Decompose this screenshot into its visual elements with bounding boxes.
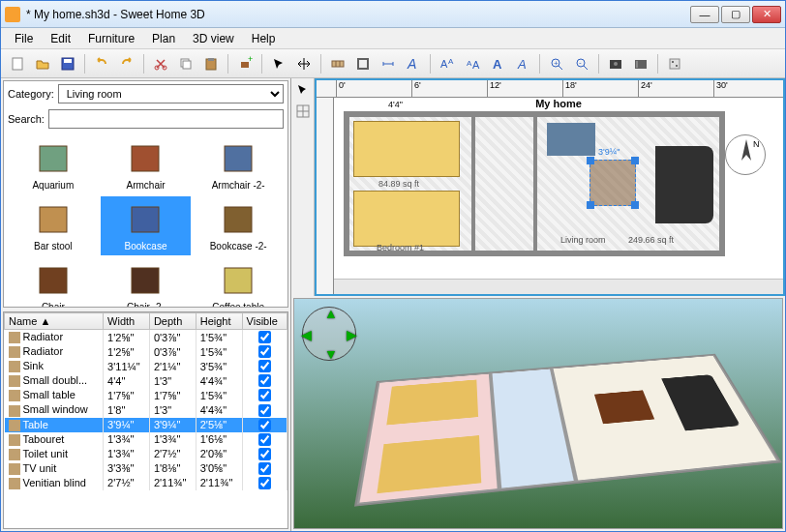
dimension-icon[interactable] — [378, 53, 399, 74]
menu-help[interactable]: Help — [244, 30, 284, 47]
table-header[interactable]: Name ▲ — [5, 313, 104, 330]
svg-rect-41 — [40, 268, 67, 293]
table-row[interactable]: TV unit3'3⅜"1'8⅛"3'0⅝" — [5, 461, 287, 476]
nav-down-icon[interactable]: ▼ — [324, 346, 338, 362]
table-row[interactable]: Radiator1'2⅝"0'3⅞"1'5¾" — [5, 330, 287, 345]
3d-floor — [354, 353, 782, 506]
visible-checkbox[interactable] — [258, 404, 271, 417]
text-size-minus-icon[interactable]: AA — [462, 53, 483, 74]
nav-right-icon[interactable]: ▶ — [347, 327, 357, 342]
paste-icon[interactable] — [200, 53, 222, 74]
catalog-item[interactable]: Chair — [8, 257, 99, 307]
cut-icon[interactable] — [150, 53, 171, 74]
table-row[interactable]: Small window1'8"1'3"4'4¾" — [5, 402, 287, 417]
new-icon[interactable] — [7, 53, 28, 74]
living-name: Living room — [560, 235, 606, 245]
open-icon[interactable] — [32, 53, 53, 74]
pan-icon[interactable] — [293, 53, 315, 74]
maximize-button[interactable]: ▢ — [721, 6, 750, 23]
nav-up-icon[interactable]: ▲ — [324, 306, 338, 321]
visible-checkbox[interactable] — [258, 448, 271, 460]
close-button[interactable]: ✕ — [752, 6, 781, 23]
visible-checkbox[interactable] — [258, 331, 271, 343]
svg-rect-0 — [13, 58, 22, 70]
visible-checkbox[interactable] — [258, 360, 271, 372]
menu-plan[interactable]: Plan — [144, 30, 183, 47]
plan-view[interactable]: 0'6'12'18'24'30' My home 84.89 sq ft Bed… — [315, 78, 785, 296]
table-row[interactable]: Small doubl...4'4"1'3"4'4¾" — [5, 373, 287, 388]
3d-view[interactable]: ▲ ▼ ◀ ▶ — [293, 298, 783, 529]
visible-checkbox[interactable] — [258, 345, 271, 358]
italic-icon[interactable]: A — [512, 53, 533, 74]
bold-icon[interactable]: A — [487, 53, 508, 74]
plan-select-icon[interactable] — [293, 80, 313, 100]
catalog-item[interactable]: Bar stool — [8, 196, 99, 255]
zoom-out-icon[interactable]: - — [571, 53, 592, 74]
visible-checkbox[interactable] — [258, 389, 271, 401]
nav-left-icon[interactable]: ◀ — [301, 327, 312, 342]
text-icon[interactable]: A — [403, 53, 424, 74]
table-row[interactable]: Table3'9¼"3'9¼"2'5⅛" — [5, 418, 287, 432]
selected-table[interactable]: 3'9¼" — [590, 160, 636, 206]
table-row[interactable]: Sink3'11¼"2'1¼"3'5¾" — [5, 359, 287, 373]
redo-icon[interactable] — [116, 53, 137, 74]
table-header[interactable]: Height — [196, 313, 242, 330]
ruler-horizontal: 0'6'12'18'24'30' — [317, 80, 783, 98]
catalog-item[interactable]: Armchair -2- — [193, 135, 284, 194]
table-header[interactable]: Width — [104, 313, 150, 330]
catalog-thumb — [29, 139, 77, 178]
nav-pad[interactable]: ▲ ▼ ◀ ▶ — [302, 307, 356, 361]
table-header[interactable]: Depth — [149, 313, 196, 330]
visible-checkbox[interactable] — [258, 433, 271, 446]
menu-furniture[interactable]: Furniture — [80, 30, 142, 47]
visible-checkbox[interactable] — [258, 374, 271, 387]
catalog-item[interactable]: Coffee table — [193, 257, 284, 307]
table-row[interactable]: Venitian blind2'7½"2'11¾"2'11¾" — [5, 476, 287, 490]
preferences-icon[interactable] — [664, 53, 685, 74]
hallway — [479, 117, 537, 251]
video-icon[interactable] — [630, 53, 651, 74]
svg-text:-: - — [579, 58, 582, 67]
catalog-item[interactable]: Chair -2- — [101, 257, 192, 307]
photo-icon[interactable] — [605, 53, 626, 74]
table-row[interactable]: Toilet unit1'3¾"2'7½"2'0⅜" — [5, 447, 287, 461]
visible-checkbox[interactable] — [258, 462, 271, 475]
room-icon[interactable] — [352, 53, 374, 74]
catalog-item[interactable]: Bookcase -2- — [193, 196, 284, 255]
select-icon[interactable] — [268, 53, 289, 74]
text-size-plus-icon[interactable]: AA — [437, 53, 458, 74]
menu-file[interactable]: File — [7, 30, 41, 47]
visible-checkbox[interactable] — [258, 477, 271, 489]
plan-scrollbar-h[interactable] — [334, 279, 783, 294]
catalog-thumb — [121, 139, 169, 178]
zoom-in-icon[interactable]: + — [546, 53, 567, 74]
copy-icon[interactable] — [175, 53, 196, 74]
plan-grid-icon[interactable] — [293, 102, 313, 121]
table-row[interactable]: Small table1'7⅝"1'7⅝"1'5¾" — [5, 388, 287, 402]
furniture-icon — [9, 332, 20, 343]
app-icon — [5, 7, 20, 22]
bed-1 — [353, 121, 460, 177]
wall-icon[interactable] — [327, 53, 348, 74]
catalog-item[interactable]: Armchair — [101, 135, 192, 194]
catalog-thumb — [29, 261, 77, 300]
catalog-grid[interactable]: AquariumArmchairArmchair -2-Bar stoolBoo… — [4, 132, 287, 307]
compass-icon[interactable]: N — [725, 134, 766, 175]
table-row[interactable]: Radiator1'2⅝"0'3⅞"1'5¾" — [5, 344, 287, 359]
menu-3dview[interactable]: 3D view — [185, 30, 242, 47]
catalog-item[interactable]: Bookcase — [101, 196, 192, 255]
search-input[interactable] — [48, 109, 284, 129]
table-header[interactable]: Visible — [242, 313, 287, 330]
ruler-tick: 18' — [562, 80, 577, 98]
menu-edit[interactable]: Edit — [43, 30, 78, 47]
minimize-button[interactable]: — — [690, 6, 719, 23]
catalog-item[interactable]: Aquarium — [8, 135, 99, 194]
category-select[interactable]: Living room — [58, 84, 284, 103]
catalog-thumb — [214, 139, 262, 178]
undo-icon[interactable] — [91, 53, 112, 74]
table-row[interactable]: Tabouret1'3¾"1'3¾"1'6⅛" — [5, 432, 287, 447]
catalog-caption: Bar stool — [34, 241, 72, 251]
add-furniture-icon[interactable]: + — [234, 53, 256, 74]
save-icon[interactable] — [57, 53, 78, 74]
visible-checkbox[interactable] — [258, 419, 271, 431]
